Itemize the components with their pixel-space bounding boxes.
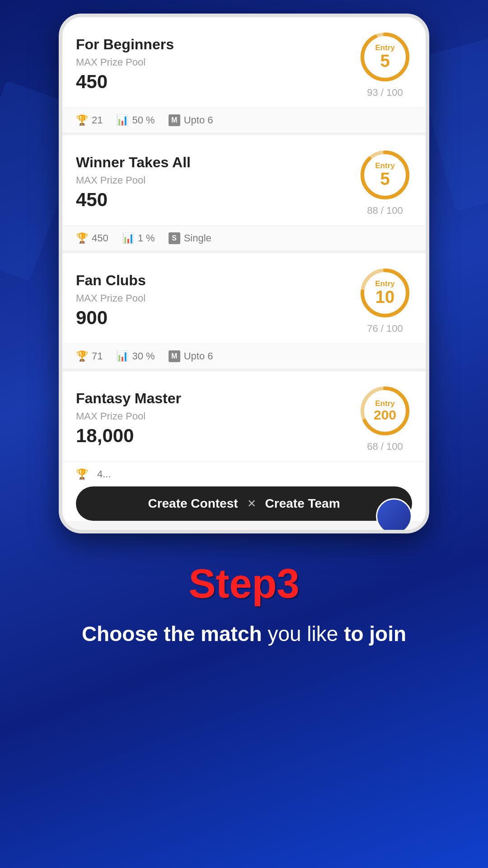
prize-label-for-beginners: MAX Prize Pool: [76, 57, 358, 68]
stat-team-1: S Single: [169, 232, 211, 244]
chart-icon-0: 📊: [116, 114, 128, 126]
contest-title-fan: Fan Clubs: [76, 272, 358, 289]
entry-value-3: 200: [374, 408, 396, 422]
entry-value-2: 10: [375, 288, 394, 306]
stat-val-team-2: Upto 6: [184, 350, 213, 362]
entry-value-0: 5: [375, 52, 394, 70]
contest-title-for-beginners: For Beginners: [76, 36, 358, 53]
trophy-icon-3: 🏆: [76, 468, 88, 480]
entry-label-2: Entry: [375, 279, 394, 288]
stat-chart-2: 📊 30 %: [116, 350, 155, 362]
bottom-section: Step3 Choose the match you like to join: [0, 533, 488, 670]
contest-info-winner: Winner Takes All MAX Prize Pool 450: [76, 154, 358, 211]
contest-card-fan-clubs[interactable]: Fan Clubs MAX Prize Pool 900 Entry: [62, 253, 426, 368]
contest-card-fantasy-master[interactable]: Fantasy Master MAX Prize Pool 18,000 Ent…: [62, 371, 426, 521]
phone-mockup: For Beginners MAX Prize Pool 450 Entry: [59, 14, 429, 533]
contest-list: For Beginners MAX Prize Pool 450 Entry: [62, 17, 426, 521]
team-icon-0: M: [169, 114, 180, 126]
entry-circle-for-beginners: Entry 5: [358, 30, 412, 84]
entry-count-1: 88 / 100: [367, 205, 403, 217]
create-team-button[interactable]: Create Team: [265, 496, 340, 511]
action-bar: Create Contest ✕ Create Team: [76, 486, 412, 521]
entry-value-1: 5: [375, 170, 394, 188]
entry-circle-fantasy: Entry 200: [358, 384, 412, 438]
step-subtitle: Choose the match you like to join: [18, 621, 470, 648]
stat-chart-0: 📊 50 %: [116, 114, 155, 126]
trophy-icon-0: 🏆: [76, 114, 88, 126]
prize-label-fantasy: MAX Prize Pool: [76, 410, 358, 422]
subtitle-bold2: to join: [344, 622, 406, 646]
stat-chart-1: 📊 1 %: [122, 232, 155, 244]
avatar-partial: [376, 498, 412, 530]
prize-value-fan: 900: [76, 307, 358, 329]
prize-value-winner: 450: [76, 189, 358, 211]
contest-title-winner: Winner Takes All: [76, 154, 358, 171]
contest-stats-winner: 🏆 450 📊 1 % S Single: [62, 226, 426, 250]
trophy-icon-1: 🏆: [76, 232, 88, 244]
contest-info-fan: Fan Clubs MAX Prize Pool 900: [76, 272, 358, 329]
subtitle-regular: you like: [262, 622, 344, 646]
contest-info-for-beginners: For Beginners MAX Prize Pool 450: [76, 36, 358, 93]
stat-val-trophy-0: 21: [92, 114, 103, 126]
stat-team-0: M Upto 6: [169, 114, 213, 126]
prize-label-winner: MAX Prize Pool: [76, 175, 358, 186]
contest-stats-for-beginners: 🏆 21 📊 50 % M Upto 6: [62, 108, 426, 132]
step-title: Step3: [188, 561, 299, 607]
subtitle-bold: Choose the match: [82, 622, 262, 646]
trophy-icon-2: 🏆: [76, 350, 88, 362]
chart-icon-2: 📊: [116, 350, 128, 362]
stat-val-chart-0: 50 %: [132, 114, 155, 126]
entry-count-3: 68 / 100: [367, 441, 403, 453]
stat-val-chart-2: 30 %: [132, 350, 155, 362]
team-icon-2: M: [169, 350, 180, 362]
stat-trophy-0: 🏆 21: [76, 114, 103, 126]
prize-value-fantasy: 18,000: [76, 425, 358, 447]
stat-trophy-1: 🏆 450: [76, 232, 108, 244]
stat-val-chart-1: 1 %: [138, 232, 155, 244]
team-icon-1: S: [169, 232, 180, 244]
contest-stats-fan: 🏆 71 📊 30 % M Upto 6: [62, 344, 426, 368]
contest-title-fantasy: Fantasy Master: [76, 390, 358, 407]
stat-val-team-1: Single: [184, 232, 211, 244]
chart-icon-1: 📊: [122, 232, 134, 244]
entry-label-3: Entry: [374, 399, 396, 408]
phone-screen: For Beginners MAX Prize Pool 450 Entry: [62, 17, 426, 530]
stat-val-3: 4...: [97, 468, 111, 480]
entry-label-1: Entry: [375, 161, 394, 170]
entry-count-0: 93 / 100: [367, 87, 403, 99]
prize-value-for-beginners: 450: [76, 71, 358, 93]
stat-val-team-0: Upto 6: [184, 114, 213, 126]
stat-team-2: M Upto 6: [169, 350, 213, 362]
create-contest-button[interactable]: Create Contest: [148, 496, 238, 511]
stat-trophy-2: 🏆 71: [76, 350, 103, 362]
contest-card-for-beginners[interactable]: For Beginners MAX Prize Pool 450 Entry: [62, 17, 426, 132]
entry-count-2: 76 / 100: [367, 323, 403, 335]
prize-label-fan: MAX Prize Pool: [76, 292, 358, 304]
entry-label-0: Entry: [375, 43, 394, 52]
entry-circle-winner: Entry 5: [358, 148, 412, 202]
action-bar-divider: ✕: [247, 497, 256, 510]
contest-card-winner-takes-all[interactable]: Winner Takes All MAX Prize Pool 450 Entr…: [62, 135, 426, 250]
entry-circle-fan: Entry 10: [358, 266, 412, 320]
contest-info-fantasy: Fantasy Master MAX Prize Pool 18,000: [76, 390, 358, 447]
stat-val-trophy-1: 450: [92, 232, 108, 244]
stat-val-trophy-2: 71: [92, 350, 103, 362]
